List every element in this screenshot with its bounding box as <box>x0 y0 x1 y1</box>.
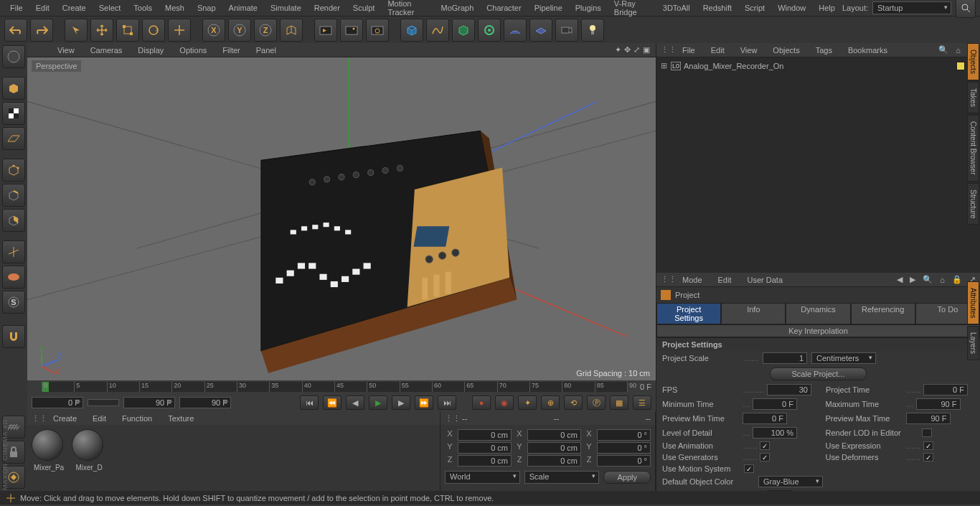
size-y-field[interactable]: 0 cm <box>527 442 581 454</box>
viewport[interactable]: Perspective <box>27 57 656 380</box>
menu-script[interactable]: Script <box>739 1 771 14</box>
goto-end-icon[interactable]: ⏭ <box>438 395 456 410</box>
point-mode-icon[interactable] <box>2 159 25 182</box>
obj-menu-file[interactable]: File <box>678 44 699 56</box>
side-tab-attributes[interactable]: Attributes <box>967 281 979 324</box>
tab-referencing[interactable]: Referencing <box>851 303 915 324</box>
side-tab-objects[interactable]: Objects <box>967 43 979 80</box>
obj-search-icon[interactable]: 🔍 <box>938 45 948 55</box>
tweak-icon[interactable] <box>2 266 25 289</box>
side-tab-layers[interactable]: Layers <box>967 326 979 360</box>
attr-search-icon[interactable]: 🔍 <box>923 275 933 284</box>
pmax-time-field[interactable]: 90 F <box>906 413 951 424</box>
color-swatch[interactable] <box>767 490 791 491</box>
make-editable-icon[interactable] <box>2 45 25 68</box>
size-x-field[interactable]: 0 cm <box>527 429 581 441</box>
x-axis-icon[interactable]: X <box>202 19 225 42</box>
vp-menu-cameras[interactable]: Cameras <box>86 44 127 56</box>
key-rot-icon[interactable]: ⟲ <box>564 395 583 410</box>
mat-menu-texture[interactable]: Texture <box>164 413 198 424</box>
record-icon[interactable]: ● <box>472 395 491 410</box>
use-animation-checkbox[interactable] <box>760 441 770 450</box>
obj-home-icon[interactable]: ⌂ <box>956 46 961 55</box>
mat-menu-function[interactable]: Function <box>118 413 156 424</box>
range-slider[interactable] <box>88 399 119 406</box>
attr-fwd-icon[interactable]: ▶ <box>910 275 915 284</box>
z-axis-icon[interactable]: Z <box>254 19 277 42</box>
menu-sculpt[interactable]: Sculpt <box>347 1 381 14</box>
vp-menu-display[interactable]: Display <box>133 44 168 56</box>
timeline-ruler[interactable]: 051015202530354045505560657075808590 0 F <box>27 380 656 393</box>
menu-mesh[interactable]: Mesh <box>159 1 190 14</box>
rotate-tool-icon[interactable] <box>142 19 165 42</box>
attr-lock-icon[interactable]: 🔒 <box>952 275 962 284</box>
model-mode-icon[interactable] <box>2 77 25 100</box>
vp-nav-icon[interactable]: ✦ <box>615 45 621 55</box>
tab-dynamics[interactable]: Dynamics <box>786 303 850 324</box>
frame-preend-field[interactable]: 90 F <box>123 397 175 408</box>
tab-info[interactable]: Info <box>721 303 786 324</box>
render-settings-icon[interactable] <box>366 19 389 42</box>
layer-color-icon[interactable] <box>956 62 965 70</box>
menu-create[interactable]: Create <box>57 1 92 14</box>
tab-project-settings[interactable]: Project Settings <box>656 303 721 324</box>
texture-mode-icon[interactable] <box>2 102 25 125</box>
project-scale-unit-dropdown[interactable]: Centimeters <box>811 352 876 364</box>
menu-mograph[interactable]: MoGraph <box>435 1 479 14</box>
object-manager[interactable]: ⊞ L0 Analog_Mixer_Recorder_On ⋮ <box>656 57 980 273</box>
search-icon[interactable] <box>956 0 976 18</box>
last-tool-icon[interactable] <box>168 19 191 42</box>
attr-menu-edit[interactable]: Edit <box>714 274 736 286</box>
menu-redshift[interactable]: Redshift <box>697 1 738 14</box>
timeline-window-icon[interactable]: ☰ <box>633 395 651 410</box>
generator-icon[interactable] <box>452 19 475 42</box>
obj-menu-edit[interactable]: Edit <box>707 44 729 56</box>
obj-menu-tags[interactable]: Tags <box>811 44 837 56</box>
cube-primitive-icon[interactable] <box>400 19 423 42</box>
render-lod-checkbox[interactable] <box>922 428 932 437</box>
vp-menu-view[interactable]: View <box>53 44 79 56</box>
project-time-field[interactable]: 0 F <box>923 384 968 395</box>
pos-x-field[interactable]: 0 cm <box>458 429 512 441</box>
obj-menu-objects[interactable]: Objects <box>768 44 804 56</box>
goto-start-icon[interactable]: ⏮ <box>300 395 319 410</box>
tab-keyinterp[interactable]: Key Interpolation <box>656 324 980 337</box>
mat-menu-create[interactable]: Create <box>49 413 81 424</box>
menu-plugins[interactable]: Plugins <box>570 1 607 14</box>
rot-y-field[interactable]: 0 ° <box>597 442 651 454</box>
menu-window[interactable]: Window <box>772 1 811 14</box>
side-tab-content[interactable]: Content Browser <box>967 115 979 181</box>
color-expand-icon[interactable]: ▸ <box>758 491 763 492</box>
axis-mode-icon[interactable] <box>2 240 25 263</box>
vp-menu-options[interactable]: Options <box>175 44 211 56</box>
default-obj-color-dropdown[interactable]: Gray-Blue <box>758 476 823 487</box>
attr-back-icon[interactable]: ◀ <box>897 275 903 284</box>
spline-icon[interactable] <box>426 19 449 42</box>
menu-select[interactable]: Select <box>93 1 127 14</box>
key-pos-icon[interactable]: ⊕ <box>541 395 560 410</box>
frame-start-field[interactable]: 0 F <box>32 397 83 408</box>
next-frame-icon[interactable]: ▶ <box>392 395 410 410</box>
key-pla-icon[interactable]: ▦ <box>610 395 628 410</box>
prev-frame-icon[interactable]: ◀ <box>346 395 364 410</box>
prev-key-icon[interactable]: ⏪ <box>323 395 341 410</box>
y-axis-icon[interactable]: Y <box>228 19 251 42</box>
pos-z-field[interactable]: 0 cm <box>458 455 512 467</box>
menu-character[interactable]: Character <box>481 1 527 14</box>
environment-icon[interactable] <box>504 19 527 42</box>
camera-icon[interactable] <box>555 19 578 42</box>
menu-edit[interactable]: Edit <box>30 1 55 14</box>
vp-zoom-icon[interactable]: ⤢ <box>633 45 640 55</box>
use-expression-checkbox[interactable] <box>923 441 933 450</box>
attr-home-icon[interactable]: ⌂ <box>940 276 945 284</box>
vp-move-icon[interactable]: ✥ <box>624 45 631 55</box>
undo-icon[interactable] <box>4 19 27 42</box>
material-item[interactable]: Mixer_D <box>72 429 106 487</box>
menu-simulate[interactable]: Simulate <box>265 1 307 14</box>
workplane-icon[interactable] <box>2 127 25 150</box>
apply-button[interactable]: Apply <box>603 471 651 484</box>
object-row[interactable]: ⊞ L0 Analog_Mixer_Recorder_On ⋮ <box>659 60 977 71</box>
pos-y-field[interactable]: 0 cm <box>458 442 512 454</box>
attr-menu-mode[interactable]: Mode <box>678 274 707 286</box>
deformer-icon[interactable] <box>478 19 501 42</box>
